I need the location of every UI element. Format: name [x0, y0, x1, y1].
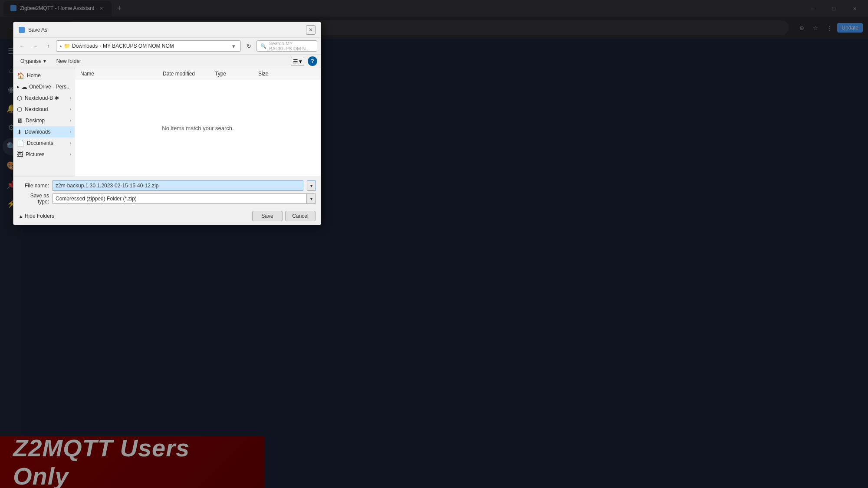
- organise-label: Organise: [20, 58, 42, 64]
- downloads-nav-icon: ⬇: [17, 128, 22, 135]
- nextcloud-arrow-icon: ›: [70, 107, 71, 111]
- desktop-nav-icon: 🖥: [17, 117, 23, 124]
- save-button[interactable]: Save: [252, 211, 283, 221]
- home-nav-icon: 🏠: [17, 72, 24, 79]
- dialog-title-area: Save As: [19, 27, 47, 33]
- nav-item-documents[interactable]: 📄 Documents ›: [13, 138, 75, 149]
- help-button[interactable]: ?: [308, 56, 317, 66]
- chevron-up-icon: ▲: [19, 214, 23, 219]
- nav-desktop-label: Desktop: [26, 118, 45, 124]
- cancel-button[interactable]: Cancel: [285, 211, 316, 221]
- search-placeholder-text: Search MY BACKUPS OM N...: [269, 41, 313, 51]
- nav-onedrive-expand[interactable]: ▸ ☁ OneDrive - Pers...: [13, 81, 75, 92]
- no-items-message: No items match your search.: [162, 125, 233, 131]
- documents-nav-icon: 📄: [17, 140, 24, 147]
- desktop-arrow-icon: ›: [70, 118, 71, 123]
- nav-back-button[interactable]: ←: [17, 41, 27, 51]
- column-header-type[interactable]: Type: [213, 71, 256, 77]
- file-name-input[interactable]: [53, 180, 303, 191]
- breadcrumb-downloads[interactable]: 📁 Downloads: [64, 43, 98, 49]
- breadcrumb-folder-icon: 📁: [64, 43, 70, 49]
- file-name-row: File name: ▾: [19, 180, 316, 191]
- pictures-arrow-icon: ›: [70, 152, 71, 157]
- dialog-favicon: [19, 27, 25, 33]
- breadcrumb-downloads-text: Downloads: [72, 43, 98, 49]
- dialog-actions: ▲ Hide Folders Save Cancel: [13, 208, 321, 225]
- nav-item-pictures[interactable]: 🖼 Pictures ›: [13, 149, 75, 160]
- file-type-row: Save as type: Compressed (zipped) Folder…: [19, 193, 316, 205]
- action-buttons: Save Cancel: [252, 211, 316, 221]
- breadcrumb-current-text: MY BACKUPS OM NOM NOM: [103, 43, 174, 49]
- onedrive-expand-icon: ▸: [17, 84, 20, 90]
- nextcloud-b-icon: ⬡: [17, 95, 22, 102]
- organise-button[interactable]: Organise ▾: [17, 57, 49, 66]
- breadcrumb-expand-icon: ▸: [60, 44, 62, 48]
- breadcrumb-separator: ›: [99, 43, 101, 49]
- view-icon: ☰: [293, 58, 298, 65]
- view-button[interactable]: ☰ ▾: [291, 57, 304, 66]
- pictures-nav-icon: 🖼: [17, 151, 23, 158]
- file-name-dropdown-button[interactable]: ▾: [307, 180, 316, 191]
- nextcloud-icon: ⬡: [17, 106, 22, 113]
- column-header-date[interactable]: Date modified: [161, 71, 213, 77]
- file-list-header: Name Date modified Type Size: [75, 68, 321, 79]
- dialog-body: 🏠 Home ▸ ☁ OneDrive - Pers... ⬡ Nextclou…: [13, 68, 321, 177]
- onedrive-icon: ☁: [21, 83, 27, 90]
- hide-folders-button[interactable]: ▲ Hide Folders: [19, 213, 54, 219]
- breadcrumb-refresh-button[interactable]: ↻: [243, 41, 254, 51]
- breadcrumb-current[interactable]: MY BACKUPS OM NOM NOM: [103, 43, 174, 49]
- breadcrumb-bar[interactable]: ▸ 📁 Downloads › MY BACKUPS OM NOM NOM ▾: [56, 40, 241, 52]
- downloads-arrow-icon: ›: [70, 130, 71, 134]
- file-type-dropdown-button[interactable]: ▾: [307, 193, 316, 204]
- file-list-body: No items match your search.: [75, 79, 321, 177]
- nav-downloads-label: Downloads: [25, 129, 50, 135]
- search-bar[interactable]: 🔍 Search MY BACKUPS OM N...: [256, 40, 317, 52]
- file-list: Name Date modified Type Size No items ma…: [75, 68, 321, 177]
- save-as-type-label: Save as type:: [19, 193, 49, 205]
- dialog-organise-toolbar: Organise ▾ New folder ☰ ▾ ?: [13, 55, 321, 68]
- nav-nextcloud-label: Nextcloud: [25, 106, 48, 112]
- nav-home-label: Home: [27, 72, 41, 79]
- dialog-bottom-inputs: File name: ▾ Save as type: Compressed (z…: [13, 177, 321, 208]
- nav-item-nextcloud-b[interactable]: ⬡ Nextcloud-B ✱ ›: [13, 92, 75, 104]
- column-header-size[interactable]: Size: [256, 71, 291, 77]
- nav-documents-label: Documents: [27, 140, 53, 146]
- nav-pictures-label: Pictures: [26, 151, 44, 157]
- nav-item-home[interactable]: 🏠 Home: [13, 70, 75, 81]
- breadcrumb-dropdown-button[interactable]: ▾: [230, 43, 237, 49]
- search-icon: 🔍: [260, 43, 266, 49]
- dialog-title-text: Save As: [28, 27, 47, 33]
- hide-folders-label: Hide Folders: [25, 213, 54, 219]
- documents-arrow-icon: ›: [70, 141, 71, 145]
- dialog-titlebar: Save As ✕: [13, 22, 321, 38]
- nav-up-button[interactable]: ↑: [43, 41, 53, 51]
- dialog-nav-toolbar: ← → ↑ ▸ 📁 Downloads › MY BACKUPS OM NOM …: [13, 38, 321, 55]
- view-dropdown-icon: ▾: [299, 58, 302, 65]
- organise-dropdown-icon: ▾: [43, 58, 46, 64]
- nav-forward-button[interactable]: →: [30, 41, 40, 51]
- nav-onedrive-label: OneDrive - Pers...: [29, 84, 71, 90]
- nav-sidebar: 🏠 Home ▸ ☁ OneDrive - Pers... ⬡ Nextclou…: [13, 68, 75, 177]
- file-name-label: File name:: [19, 183, 49, 189]
- nav-nextcloud-b-label: Nextcloud-B ✱: [25, 95, 59, 101]
- nextcloud-b-arrow-icon: ›: [70, 96, 71, 100]
- nav-item-nextcloud[interactable]: ⬡ Nextcloud ›: [13, 104, 75, 115]
- column-header-name[interactable]: Name: [79, 71, 161, 77]
- file-type-display[interactable]: Compressed (zipped) Folder (*.zip): [53, 193, 307, 204]
- new-folder-button[interactable]: New folder: [53, 57, 85, 66]
- save-as-dialog: Save As ✕ ← → ↑ ▸ 📁 Downloads › MY BACKU…: [13, 22, 321, 225]
- dialog-close-button[interactable]: ✕: [306, 25, 316, 35]
- nav-item-downloads[interactable]: ⬇ Downloads ›: [13, 126, 75, 138]
- nav-item-desktop[interactable]: 🖥 Desktop ›: [13, 115, 75, 126]
